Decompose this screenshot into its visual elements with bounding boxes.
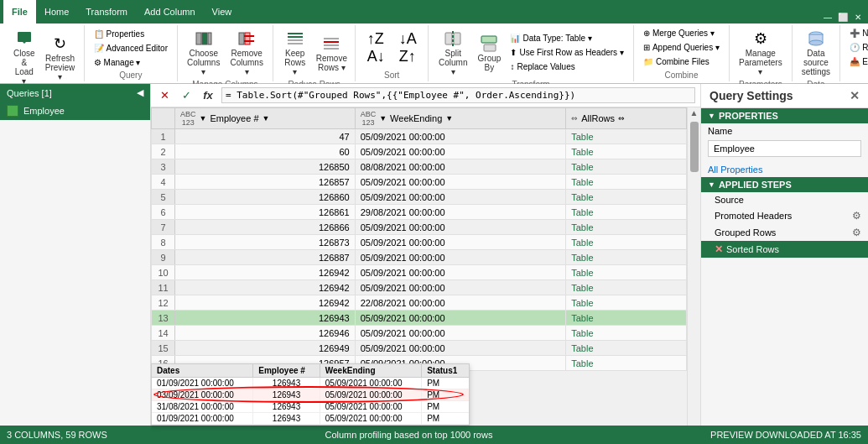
table-row[interactable]: 12 126942 22/08/2021 00:00:00 Table xyxy=(152,295,687,311)
reject-formula-button[interactable]: ✕ xyxy=(156,87,173,104)
col-header-employee[interactable]: ABC123 ▼ Employee # ▼ xyxy=(175,108,356,129)
data-source-settings-button[interactable]: Data sourcesettings xyxy=(798,27,834,78)
datatype-button[interactable]: 📊 Data Type: Table ▾ xyxy=(506,32,627,44)
merge-queries-button[interactable]: ⊕ Merge Queries ▾ xyxy=(639,27,719,39)
minimize-button[interactable]: — xyxy=(821,10,834,24)
advanced-editor-button[interactable]: 📝 Advanced Editor xyxy=(90,42,172,55)
recent-sources-button[interactable]: 🕐 Recent Sources ▾ xyxy=(845,41,868,54)
manage-button[interactable]: ⚙ Manage ▾ xyxy=(90,56,145,69)
svg-rect-18 xyxy=(454,33,460,44)
remove-columns-button[interactable]: RemoveColumns ▾ xyxy=(226,27,267,78)
step-item-grouped-rows[interactable]: Grouped Rows⚙ xyxy=(701,224,868,241)
table-row[interactable]: 3 126850 08/08/2021 00:00:00 Table xyxy=(152,159,687,175)
sidebar-item-employee[interactable]: Employee xyxy=(0,102,150,120)
table-row[interactable]: 15 126949 05/09/2021 00:00:00 Table xyxy=(152,341,687,356)
all-properties-link[interactable]: All Properties xyxy=(701,162,868,177)
table-row[interactable]: 9 126887 05/09/2021 00:00:00 Table xyxy=(152,250,687,265)
col-header-weekending[interactable]: ABC123 ▼ WeekEnding ▼ xyxy=(355,108,566,129)
preview-status-cell: PM xyxy=(422,389,469,401)
queries-header: Queries [1] ◀ xyxy=(0,84,150,102)
allrows-cell: Table xyxy=(566,190,687,205)
col-weekending-label: WeekEnding xyxy=(390,113,442,123)
gear-icon[interactable]: ⚙ xyxy=(852,210,861,222)
group-by-button[interactable]: GroupBy xyxy=(474,32,504,74)
replace-values-button[interactable]: ↕ Replace Values xyxy=(506,60,627,73)
tab-add-column[interactable]: Add Column xyxy=(136,0,204,24)
step-item-sorted-rows[interactable]: ✕Sorted Rows xyxy=(701,241,868,258)
fx-button[interactable]: fx xyxy=(200,87,216,104)
preview-row: 31/08/2021 00:00:00 126943 05/09/2021 00… xyxy=(152,401,469,413)
formula-input[interactable] xyxy=(221,87,695,103)
manage-params-button[interactable]: ⚙ ManageParameters ▾ xyxy=(735,27,787,78)
scroll-track[interactable]: ▲ ▼ xyxy=(687,107,700,444)
weekending-cell: 05/09/2021 00:00:00 xyxy=(355,190,566,205)
close-settings-button[interactable]: ✕ xyxy=(850,89,860,102)
weekending-cell: 05/09/2021 00:00:00 xyxy=(355,129,566,144)
collapse-icon[interactable]: ◀ xyxy=(137,87,143,98)
choose-columns-button[interactable]: ChooseColumns ▾ xyxy=(183,27,224,78)
col-header-rownum xyxy=(152,108,175,129)
use-first-row-button[interactable]: ⬆ Use First Row as Headers ▾ xyxy=(506,46,627,59)
preview-row: 01/09/2021 00:00:00 126943 05/09/2021 00… xyxy=(152,413,469,425)
table-row[interactable]: 6 126861 29/08/2021 00:00:00 Table xyxy=(152,205,687,220)
table-row[interactable]: 4 126857 05/09/2021 00:00:00 Table xyxy=(152,175,687,190)
status-preview-time: PREVIEW DOWNLOADED AT 16:35 xyxy=(710,430,861,440)
col-header-allrows[interactable]: ⇔ AllRows ⇔ xyxy=(566,108,687,129)
weekending-cell: 29/08/2021 00:00:00 xyxy=(355,205,566,220)
split-column-button[interactable]: SplitColumn ▾ xyxy=(434,27,472,78)
employee-cell: 47 xyxy=(175,129,356,144)
step-item-promoted-headers[interactable]: Promoted Headers⚙ xyxy=(701,207,868,224)
replace-icon: ↕ xyxy=(510,62,514,71)
svg-rect-20 xyxy=(481,36,496,43)
svg-rect-5 xyxy=(239,33,244,44)
new-source-button[interactable]: ➕ New Source ▾ xyxy=(845,27,868,39)
keep-rows-button[interactable]: KeepRows ▾ xyxy=(278,27,312,78)
preview-row: 03/09/2021 00:00:00 126943 05/09/2021 00… xyxy=(152,389,469,401)
remove-rows-button[interactable]: RemoveRows ▾ xyxy=(314,32,351,74)
weekending-cell: 05/09/2021 00:00:00 xyxy=(355,326,566,341)
scroll-up-button[interactable]: ▲ xyxy=(688,107,700,118)
accept-formula-button[interactable]: ✓ xyxy=(178,87,195,104)
ribbon-group-combine: ⊕ Merge Queries ▾ ⊞ Append Queries ▾ 📁 C… xyxy=(634,25,730,81)
row-num-cell: 5 xyxy=(152,190,175,205)
tab-transform[interactable]: Transform xyxy=(77,0,136,24)
properties-icon: 📋 xyxy=(94,29,104,39)
gear-icon[interactable]: ⚙ xyxy=(852,227,861,238)
enter-data-button[interactable]: 📥 Enter Data xyxy=(845,55,868,68)
table-row[interactable]: 8 126873 05/09/2021 00:00:00 Table xyxy=(152,235,687,250)
row-num-cell: 13 xyxy=(152,311,175,326)
table-row[interactable]: 5 126860 05/09/2021 00:00:00 Table xyxy=(152,190,687,205)
name-value[interactable]: Employee xyxy=(708,140,861,157)
weekending-cell: 05/09/2021 00:00:00 xyxy=(355,144,566,159)
scroll-thumb[interactable] xyxy=(690,122,699,172)
table-row[interactable]: 11 126942 05/09/2021 00:00:00 Table xyxy=(152,280,687,295)
ribbon-group-transform: SplitColumn ▾ GroupBy 📊 Data Type: Table… xyxy=(429,25,634,81)
table-row[interactable]: 10 126942 05/09/2021 00:00:00 Table xyxy=(152,265,687,280)
sidebar-item-label: Employee xyxy=(23,106,65,116)
table-row[interactable]: 7 126866 05/09/2021 00:00:00 Table xyxy=(152,220,687,235)
tab-file[interactable]: File xyxy=(3,0,36,24)
table-row[interactable]: 13 126943 05/09/2021 00:00:00 Table xyxy=(152,311,687,326)
preview-employee-cell: 126943 xyxy=(253,401,320,413)
properties-button[interactable]: 📋 Properties xyxy=(90,28,149,40)
tab-view[interactable]: View xyxy=(204,0,241,24)
append-queries-button[interactable]: ⊞ Append Queries ▾ xyxy=(639,41,724,54)
close-load-button[interactable]: Close &Load ▾ xyxy=(8,27,40,87)
allrows-cell: Table xyxy=(566,205,687,220)
sort-asc-button[interactable]: ↑ZA↓ xyxy=(361,36,391,60)
tab-home[interactable]: Home xyxy=(36,0,77,24)
allrows-cell: Table xyxy=(566,356,687,371)
restore-button[interactable]: ⬜ xyxy=(836,10,850,24)
combine-files-button[interactable]: 📁 Combine Files xyxy=(639,55,714,68)
sort-desc-button[interactable]: ↓AZ↑ xyxy=(392,36,423,60)
table-row[interactable]: 2 60 05/09/2021 00:00:00 Table xyxy=(152,144,687,159)
table-row[interactable]: 1 47 05/09/2021 00:00:00 Table xyxy=(152,129,687,144)
manage-icon: ⚙ xyxy=(94,58,101,67)
step-x-icon[interactable]: ✕ xyxy=(715,243,723,255)
preview-col-employee: Employee # xyxy=(253,364,320,378)
close-button[interactable]: ✕ xyxy=(851,10,865,24)
allrows-cell: Table xyxy=(566,235,687,250)
step-item-source[interactable]: Source xyxy=(701,192,868,207)
table-row[interactable]: 14 126946 05/09/2021 00:00:00 Table xyxy=(152,326,687,341)
refresh-button[interactable]: ↻ RefreshPreview ▾ xyxy=(42,32,79,83)
